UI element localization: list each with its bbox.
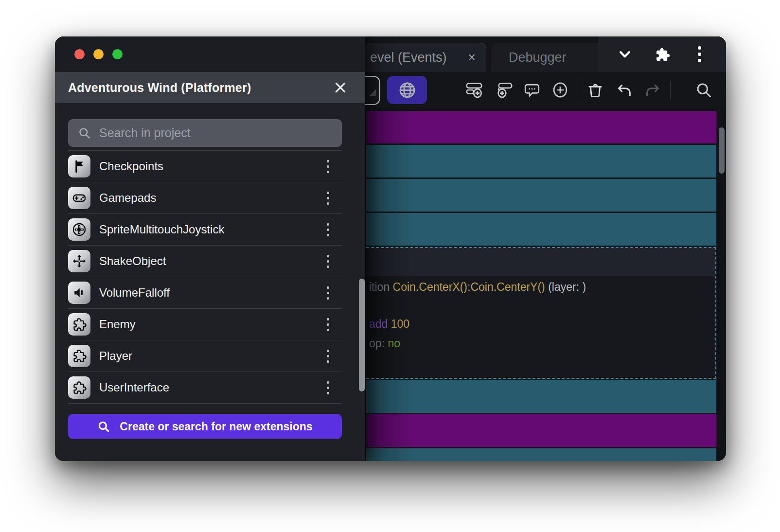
screenshot-page: Adventurous Wind (Platformer) Search in …: [0, 0, 780, 532]
event-row-teal[interactable]: [366, 380, 716, 413]
redo-icon: [644, 81, 661, 99]
close-icon: [334, 81, 347, 94]
extension-options-kebab-button[interactable]: [320, 282, 335, 303]
event-row-teal[interactable]: [366, 213, 716, 246]
extensions-puzzle-button[interactable]: [652, 44, 673, 65]
chevron-down-button[interactable]: [614, 44, 636, 65]
add-event-icon: [465, 81, 483, 99]
globe-icon: [398, 81, 416, 99]
extension-label: VolumeFalloff: [99, 286, 170, 300]
extension-list-item[interactable]: Checkpoints: [68, 151, 342, 182]
drawer-close-button[interactable]: [332, 79, 349, 96]
window-controls: [598, 36, 726, 72]
toolbar-separator: [670, 81, 671, 99]
extension-list-item[interactable]: ShakeObject: [68, 246, 342, 277]
event-condition-area[interactable]: [366, 248, 715, 276]
close-window-button[interactable]: [74, 49, 85, 59]
kebab-vertical-icon: [698, 46, 701, 50]
puzzle-icon: [72, 317, 87, 332]
extension-options-kebab-button[interactable]: [320, 156, 335, 177]
extension-list-item[interactable]: Gamepads: [68, 182, 342, 214]
search-events-button[interactable]: [694, 80, 713, 100]
event-selected[interactable]: ition Coin.CenterX();Coin.CenterY() (lay…: [366, 247, 716, 379]
extension-list-item[interactable]: VolumeFalloff: [68, 277, 342, 309]
drawer-body: Search in project Checkpoints Gamepads S…: [55, 103, 365, 461]
zoom-window-button[interactable]: [112, 49, 123, 59]
project-title: Adventurous Wind (Platformer): [68, 81, 251, 95]
dropdown-arrow-icon: ◢: [369, 87, 376, 97]
drawer-header: Adventurous Wind (Platformer): [55, 72, 365, 103]
macos-titlebar: [55, 36, 365, 72]
search-icon: [695, 81, 712, 99]
joystick-icon: [72, 222, 87, 237]
extension-options-kebab-button[interactable]: [320, 345, 335, 367]
scene-variables-globe-button[interactable]: [387, 76, 427, 104]
event-row-teal[interactable]: [366, 179, 716, 212]
move-arrows-icon: [72, 254, 87, 268]
project-manager-drawer: Adventurous Wind (Platformer) Search in …: [55, 36, 365, 461]
extension-options-kebab-button[interactable]: [320, 187, 335, 209]
puzzle-icon: [72, 349, 87, 363]
tab-evel-events-[interactable]: evel (Events) ×: [365, 43, 486, 72]
cta-label: Create or search for new extensions: [120, 420, 312, 433]
delete-button[interactable]: [585, 80, 605, 100]
chevron-down-icon: [618, 47, 632, 62]
event-code-line: op: no: [369, 336, 715, 351]
speaker-icon: [72, 285, 87, 300]
add-circle-icon: [551, 81, 569, 99]
add-subevent-button[interactable]: [495, 80, 514, 100]
extension-options-kebab-button[interactable]: [320, 314, 335, 335]
undo-icon: [616, 81, 633, 99]
trash-icon: [586, 81, 604, 99]
events-scrollbar-thumb[interactable]: [719, 127, 725, 174]
tab-bar: evel (Events) × Debugger ×: [365, 36, 726, 72]
search-placeholder: Search in project: [99, 126, 191, 140]
extension-list-item[interactable]: SpriteMultitouchJoystick: [68, 214, 342, 246]
gamepad-icon: [72, 191, 87, 205]
search-input[interactable]: Search in project: [68, 119, 342, 147]
extension-options-kebab-button[interactable]: [320, 219, 335, 240]
puzzle-icon: [72, 380, 87, 395]
tab-label: Debugger: [509, 50, 567, 65]
gdevelop-window: Adventurous Wind (Platformer) Search in …: [55, 36, 726, 461]
puzzle-extensions-icon: [654, 46, 671, 63]
extension-list-item[interactable]: Enemy: [68, 309, 342, 340]
add-comment-button[interactable]: [522, 80, 542, 100]
extension-options-kebab-button[interactable]: [320, 377, 335, 398]
extension-label: Enemy: [99, 318, 136, 331]
drawer-scrollbar-thumb[interactable]: [359, 279, 365, 391]
extension-label: Gamepads: [99, 191, 156, 205]
create-or-search-extensions-button[interactable]: Create or search for new extensions: [68, 414, 342, 439]
add-other-event-button[interactable]: [550, 80, 570, 100]
events-toolbar: ◢: [365, 72, 726, 108]
add-event-button[interactable]: [464, 80, 484, 100]
tab-close-icon[interactable]: ×: [468, 50, 476, 65]
undo-button[interactable]: [615, 80, 634, 100]
extension-list-item[interactable]: Player: [68, 340, 342, 372]
event-row-teal[interactable]: [366, 145, 716, 177]
event-row-purple[interactable]: [366, 414, 716, 447]
traffic-lights: [74, 49, 123, 59]
event-row-teal[interactable]: [366, 448, 716, 461]
toolbar-separator: [579, 81, 579, 99]
minimize-window-button[interactable]: [93, 49, 104, 59]
comment-icon: [523, 81, 541, 99]
extension-label: ShakeObject: [99, 254, 166, 268]
extensions-list: Checkpoints Gamepads SpriteMultitouchJoy…: [68, 150, 342, 404]
extension-label: Checkpoints: [99, 160, 163, 173]
event-code-line: ition Coin.CenterX();Coin.CenterY() (lay…: [369, 280, 715, 294]
event-code-line: add 100: [369, 317, 715, 331]
extension-options-kebab-button[interactable]: [320, 250, 335, 272]
redo-button[interactable]: [643, 80, 662, 100]
event-row-purple[interactable]: [366, 111, 716, 143]
tab-debugger[interactable]: Debugger ×: [491, 43, 613, 72]
add-subevent-icon: [496, 81, 513, 99]
event-actions-area[interactable]: ition Coin.CenterX();Coin.CenterY() (lay…: [366, 276, 715, 378]
tab-label: evel (Events): [370, 50, 447, 65]
events-sheet: ition Coin.CenterX();Coin.CenterY() (lay…: [365, 108, 726, 461]
main-menu-button[interactable]: [689, 44, 710, 65]
extension-label: Player: [99, 349, 132, 363]
search-icon: [97, 420, 110, 433]
extension-list-item[interactable]: UserInterface: [68, 372, 342, 404]
editor-main: evel (Events) × Debugger ×: [365, 36, 726, 461]
